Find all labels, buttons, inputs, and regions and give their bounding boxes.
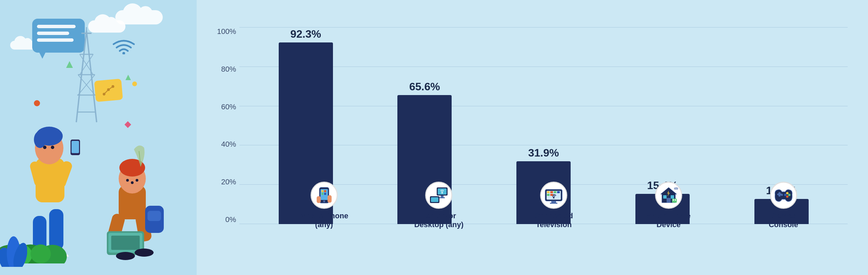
tv-icon	[540, 182, 567, 209]
svg-rect-83	[550, 191, 553, 193]
triangle-deco	[66, 61, 73, 69]
svg-point-50	[126, 179, 129, 182]
svg-point-102	[781, 194, 783, 196]
svg-point-0	[122, 52, 125, 54]
svg-rect-65	[321, 190, 323, 192]
blue-plants	[0, 216, 27, 268]
svg-point-29	[43, 146, 46, 149]
svg-rect-63	[317, 196, 321, 203]
illustration-panel	[0, 0, 197, 275]
bar-value-laptop: 65.6%	[409, 80, 440, 93]
svg-rect-66	[324, 190, 326, 192]
svg-rect-89	[667, 198, 671, 203]
svg-rect-87	[550, 194, 553, 196]
triangle-deco-2	[125, 75, 131, 81]
pink-diamond	[124, 121, 131, 128]
svg-rect-91	[671, 195, 674, 199]
laptop-icon	[425, 182, 452, 209]
svg-line-16	[104, 90, 109, 94]
svg-rect-80	[550, 203, 557, 204]
leaf-deco	[132, 139, 149, 168]
svg-point-98	[786, 192, 788, 195]
label-games: Games Console	[750, 182, 817, 230]
svg-rect-97	[778, 192, 781, 197]
graph-card	[94, 79, 123, 102]
svg-point-48	[135, 249, 154, 257]
svg-rect-68	[324, 193, 326, 195]
laptop-label-text: Laptop or Desktop (any)	[414, 212, 463, 230]
mobile-icon	[311, 182, 338, 209]
y-label-100: 100%	[217, 27, 236, 36]
svg-rect-33	[72, 141, 79, 153]
svg-marker-19	[125, 75, 131, 80]
svg-marker-18	[66, 61, 73, 68]
svg-rect-85	[557, 191, 560, 193]
svg-point-56	[31, 244, 51, 263]
y-label-60: 60%	[221, 103, 236, 111]
svg-point-28	[34, 131, 46, 148]
svg-line-17	[108, 87, 113, 90]
svg-rect-64	[328, 195, 332, 203]
bar-value-mobile: 92.3%	[290, 28, 321, 40]
y-label-80: 80%	[221, 65, 236, 74]
yellow-dot	[132, 81, 137, 86]
svg-point-100	[786, 196, 788, 198]
y-label-20: 20%	[221, 178, 236, 186]
svg-rect-67	[321, 193, 323, 195]
smarthome-label-text: Smart Home Device	[647, 212, 691, 230]
chart-area: 92.3% 65.6% 31.9% 15.4% 12.7%	[239, 27, 848, 224]
svg-rect-46	[147, 211, 161, 221]
labels-row: Mobile Phone (any)	[239, 182, 848, 224]
svg-point-94	[673, 199, 674, 201]
tv-label-text: Connected Television	[534, 212, 573, 230]
svg-rect-75	[431, 197, 438, 202]
svg-rect-93	[672, 199, 677, 203]
svg-point-99	[788, 194, 790, 196]
svg-rect-90	[663, 195, 667, 199]
label-mobile: Mobile Phone (any)	[290, 182, 358, 230]
svg-rect-86	[547, 194, 550, 196]
label-laptop: Laptop or Desktop (any)	[405, 182, 473, 230]
svg-rect-73	[439, 197, 445, 198]
svg-point-49	[131, 181, 134, 184]
svg-point-47	[116, 252, 135, 260]
svg-rect-79	[551, 201, 556, 203]
svg-point-76	[441, 192, 443, 194]
y-label-0: 0%	[225, 215, 236, 224]
svg-point-30	[51, 146, 54, 149]
cloud-2	[115, 10, 163, 24]
wifi-icon	[112, 36, 136, 56]
chart-panel: 0% 20% 40% 60% 80% 100% 92.3% 65.6%	[197, 0, 868, 275]
svg-point-81	[553, 197, 555, 199]
svg-rect-82	[547, 191, 550, 193]
games-label-text: Games Console	[769, 212, 798, 230]
svg-rect-72	[441, 196, 443, 197]
bar-value-tv: 31.9%	[528, 147, 559, 159]
svg-rect-44	[111, 236, 140, 250]
svg-point-51	[136, 179, 138, 182]
y-label-40: 40%	[221, 140, 236, 149]
label-smarthome: Smart Home Device	[635, 182, 703, 230]
svg-point-103	[784, 194, 786, 196]
games-icon	[770, 182, 797, 209]
y-axis: 0% 20% 40% 60% 80% 100%	[217, 27, 236, 224]
smarthome-icon	[655, 182, 682, 209]
mobile-label-text: Mobile Phone (any)	[300, 212, 348, 230]
svg-point-95	[675, 199, 676, 201]
svg-point-69	[323, 200, 325, 202]
label-tv: Connected Television	[520, 182, 588, 230]
svg-rect-84	[554, 191, 556, 193]
